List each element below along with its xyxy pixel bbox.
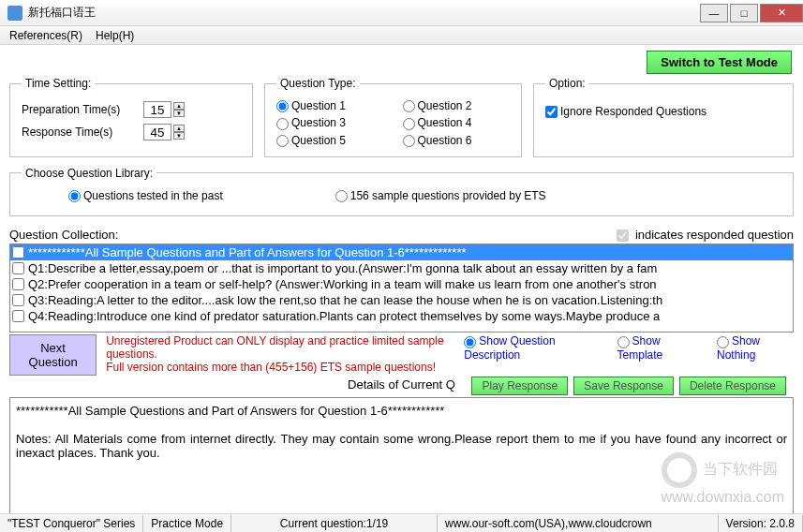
minimize-button[interactable]: —: [700, 4, 728, 22]
prep-down-icon[interactable]: ▼: [173, 110, 185, 117]
legend-time: Time Setting:: [22, 77, 95, 90]
radio-q5[interactable]: Question 5: [276, 134, 384, 147]
list-item[interactable]: Q4:Reading:Introduce one kind of predato…: [10, 308, 793, 324]
radio-show-nothing[interactable]: Show Nothing: [717, 334, 794, 361]
fieldset-time-setting: Time Setting: Preparation Time(s) ▲▼ Res…: [9, 77, 253, 157]
play-response-button[interactable]: Play Response: [471, 377, 568, 395]
resp-time-input[interactable]: [143, 124, 171, 140]
save-response-button[interactable]: Save Response: [573, 377, 674, 395]
legend-qtype: Question Type:: [276, 77, 360, 90]
switch-test-mode-button[interactable]: Switch to Test Mode: [647, 51, 792, 74]
fieldset-question-type: Question Type: Question 1 Question 2 Que…: [264, 77, 522, 157]
menubar: References(R) Help(H): [0, 26, 803, 45]
status-version: Version: 2.0.8: [719, 515, 803, 532]
list-item[interactable]: Q3:Reading:A letter to the editor....ask…: [10, 292, 793, 308]
fieldset-option: Option: Ignore Responded Questions: [533, 77, 794, 157]
list-item[interactable]: Q1:Describe a letter,essay,poem or ...th…: [10, 260, 793, 276]
delete-response-button[interactable]: Delete Response: [679, 377, 786, 395]
window-title: 新托福口语王: [28, 5, 96, 21]
question-collection-label: Question Collection:: [9, 228, 118, 242]
unregistered-warning: Unregistered Product can ONLY display an…: [106, 334, 464, 374]
prep-up-icon[interactable]: ▲: [173, 102, 185, 110]
next-question-button[interactable]: Next Question: [9, 334, 97, 376]
menu-help[interactable]: Help(H): [96, 29, 134, 42]
menu-references[interactable]: References(R): [9, 29, 82, 42]
prep-time-input[interactable]: [143, 101, 171, 118]
radio-show-template[interactable]: Show Template: [617, 334, 700, 361]
prep-time-label: Preparation Time(s): [22, 103, 143, 116]
list-item[interactable]: ************All Sample Questions and Par…: [10, 244, 793, 260]
close-button[interactable]: ✕: [760, 4, 803, 22]
radio-lib-ets[interactable]: 156 sample questions provided by ETS: [335, 189, 546, 202]
resp-time-label: Response Time(s): [22, 126, 143, 139]
legend-option: Option:: [545, 77, 589, 90]
legend-library: Choose Question Library:: [22, 167, 156, 180]
list-item[interactable]: Q2:Prefer cooperation in a team or self-…: [10, 276, 793, 292]
titlebar: 新托福口语王 — □ ✕: [0, 0, 803, 26]
resp-up-icon[interactable]: ▲: [173, 125, 185, 132]
radio-q4[interactable]: Question 4: [403, 116, 511, 129]
resp-down-icon[interactable]: ▼: [173, 132, 185, 140]
responded-indicator-label: indicates responded question: [617, 228, 794, 242]
fieldset-choose-library: Choose Question Library: Questions teste…: [9, 167, 794, 216]
radio-lib-past[interactable]: Questions tested in the past: [68, 189, 223, 202]
status-current: Current question:1/19: [231, 515, 438, 532]
details-textbox[interactable]: ***********All Sample Questions and Part…: [9, 397, 794, 519]
question-listbox[interactable]: ************All Sample Questions and Par…: [9, 244, 794, 332]
app-icon: [7, 6, 22, 21]
radio-q2[interactable]: Question 2: [403, 99, 511, 112]
status-mode: Practice Mode: [143, 515, 231, 532]
statusbar: "TEST Conqueror" Series Practice Mode Cu…: [0, 513, 803, 532]
radio-q6[interactable]: Question 6: [403, 134, 511, 147]
checkbox-ignore-responded[interactable]: Ignore Responded Questions: [545, 105, 706, 118]
radio-show-description[interactable]: Show Question Description: [464, 334, 600, 361]
radio-q1[interactable]: Question 1: [276, 99, 384, 112]
maximize-button[interactable]: □: [730, 4, 758, 22]
radio-q3[interactable]: Question 3: [276, 116, 384, 129]
status-series: "TEST Conqueror" Series: [0, 515, 143, 532]
status-sites: www.our-soft.com(USA),www.cloudcrown: [438, 515, 719, 532]
